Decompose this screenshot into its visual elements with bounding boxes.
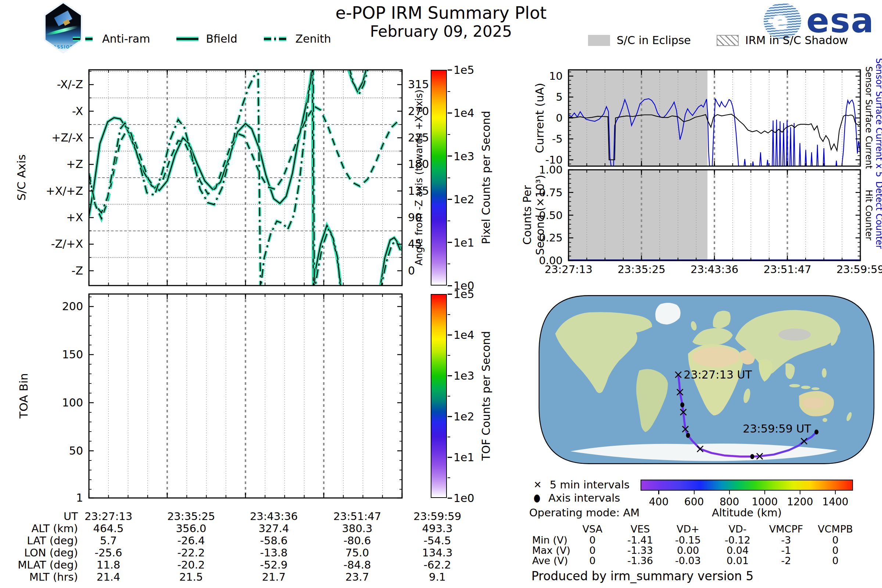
colorbar-tick-label: 1e5: [453, 64, 474, 76]
ephemeris-value: -20.2: [177, 559, 205, 571]
esa-wordmark: esa: [806, 4, 874, 38]
svg-text:0.50: 0.50: [539, 209, 562, 222]
sensor-current-label: Sensor Surface Current: [864, 66, 874, 169]
colorbar-tick: [448, 334, 452, 336]
ephemeris-value: 5.7: [100, 534, 117, 547]
ephemeris-value: 21.7: [262, 571, 286, 583]
voltage-row-label: Ave (V): [532, 555, 568, 566]
eclipse-swatch-icon: [588, 35, 610, 46]
colorbar-tick: [448, 457, 452, 458]
svg-text:+Z/-X: +Z/-X: [51, 131, 83, 144]
voltage-value: 0: [832, 555, 838, 566]
ephemeris-value: -25.6: [94, 546, 122, 559]
legend-bfield-label: Bfield: [206, 32, 237, 45]
colorbar-tick: [448, 375, 452, 376]
svg-text:1: 1: [76, 491, 83, 504]
ephemeris-row-label: UT: [0, 510, 78, 523]
time-tick-label: 23:35:25: [617, 263, 665, 276]
attitude-legend: Anti-ram Bfield Zenith: [72, 32, 331, 45]
pixel-colorbar-ticks: 1e51e41e31e21e11e0: [431, 70, 447, 285]
dot-marker-icon: ●: [534, 492, 540, 504]
altitude-tick: [658, 490, 659, 494]
bfield-line-icon: [176, 36, 199, 42]
colorbar-tick-label: 1e2: [453, 410, 474, 423]
ephemeris-row-label: LAT (deg): [0, 534, 78, 547]
voltage-value: -3: [781, 534, 791, 546]
operating-mode: Operating mode: AM: [529, 506, 639, 519]
colorbar-minor-tick: [448, 220, 450, 221]
voltage-row-label: Max (V): [532, 544, 570, 556]
colorbar-minor-tick: [448, 177, 450, 178]
ephemeris-value: 134.3: [422, 546, 452, 559]
svg-text:0.75: 0.75: [539, 186, 562, 199]
altitude-tick: [800, 490, 801, 494]
svg-text:45: 45: [408, 237, 422, 250]
ephemeris-value: 21.5: [179, 571, 203, 583]
svg-text:1.00: 1.00: [539, 164, 562, 176]
svg-text:10: 10: [549, 70, 562, 82]
ephemeris-value: 23:59:59: [413, 510, 461, 523]
ephemeris-table: UT23:27:1323:35:2523:43:3623:51:4723:59:…: [0, 510, 492, 587]
colorbar-tick-label: 1e2: [453, 193, 474, 206]
svg-text:100: 100: [62, 396, 83, 409]
colorbar-minor-tick: [448, 477, 450, 478]
voltage-value: 0: [832, 534, 838, 546]
voltage-value: 0.01: [726, 555, 748, 566]
ephemeris-row-label: MLT (hrs): [0, 571, 78, 583]
voltage-column-header: VD+: [676, 524, 699, 535]
time-tick-label: 23:27:13: [544, 263, 592, 276]
svg-text:225: 225: [408, 131, 429, 144]
voltage-value: -1: [781, 544, 791, 556]
altitude-tick: [729, 490, 730, 494]
ephemeris-value: -58.6: [260, 534, 287, 547]
voltage-value: -1.36: [627, 555, 653, 566]
colorbar-tick: [448, 242, 452, 243]
ephemeris-value: -62.2: [423, 559, 451, 571]
ephemeris-value: 23:51:47: [333, 510, 381, 523]
ephemeris-value: -52.9: [260, 559, 287, 571]
voltage-value: 0.04: [726, 544, 748, 556]
colorbar-minor-tick: [448, 314, 450, 315]
right-time-axis: 23:27:1323:35:2523:43:3623:51:4723:59:59: [568, 263, 860, 276]
ephemeris-value: 356.0: [176, 522, 206, 535]
voltage-column-header: VMCPF: [769, 524, 803, 535]
altitude-tick-label: 1200: [787, 496, 813, 508]
svg-text:23:59:59 UT: 23:59:59 UT: [743, 422, 811, 435]
ephemeris-row-label: ALT (km): [0, 522, 78, 535]
colorbar-tick: [448, 199, 452, 200]
ephemeris-row-label: MLAT (deg): [0, 559, 78, 571]
toa-ylabel: TOA Bin: [17, 373, 30, 418]
hit-counter-label: Hit Counter: [864, 190, 874, 240]
ephemeris-value: 327.4: [258, 522, 289, 535]
map-legend-axis: ● Axis intervals: [534, 492, 620, 504]
colorbar-tick: [448, 112, 452, 114]
ephemeris-value: 464.5: [93, 522, 123, 535]
ephemeris-value: 380.3: [342, 522, 372, 535]
colorbar-tick-label: 1e5: [453, 288, 474, 301]
colorbar-tick-label: 1e1: [453, 451, 474, 464]
cassiope-label: CASSIOPE: [45, 45, 82, 50]
ephemeris-value: 9.1: [429, 571, 446, 583]
colorbar-tick-label: 1e4: [453, 106, 474, 119]
voltage-column-header: VES: [631, 524, 650, 535]
svg-text:0: 0: [556, 112, 562, 124]
ephemeris-value: 23:35:25: [167, 510, 215, 523]
eclipse-legend: S/C in Eclipse IRM in S/C Shadow: [588, 34, 848, 46]
svg-text:-5: -5: [552, 133, 562, 145]
ephemeris-value: 75.0: [345, 546, 369, 559]
current-ylabel: Current (uA): [533, 82, 546, 153]
counts-plot: 1.000.750.500.250.00: [568, 170, 860, 261]
legend-eclipse-label: S/C in Eclipse: [616, 34, 691, 46]
svg-text:-X: -X: [72, 105, 83, 118]
ephemeris-row-label: LON (deg): [0, 546, 78, 559]
ephemeris-value: -22.2: [177, 546, 205, 559]
ephemeris-value: 11.8: [97, 559, 120, 571]
legend-shadow-label: IRM in S/C Shadow: [745, 34, 848, 46]
colorbar-minor-tick: [448, 436, 450, 437]
svg-text:315: 315: [408, 78, 429, 91]
shadow-swatch-icon: [717, 35, 739, 46]
voltage-value: -0.03: [675, 555, 701, 566]
voltage-value: -2: [781, 555, 791, 566]
detect-counter-label: Detect Counter: [874, 181, 882, 249]
colorbar-minor-tick: [448, 134, 450, 135]
